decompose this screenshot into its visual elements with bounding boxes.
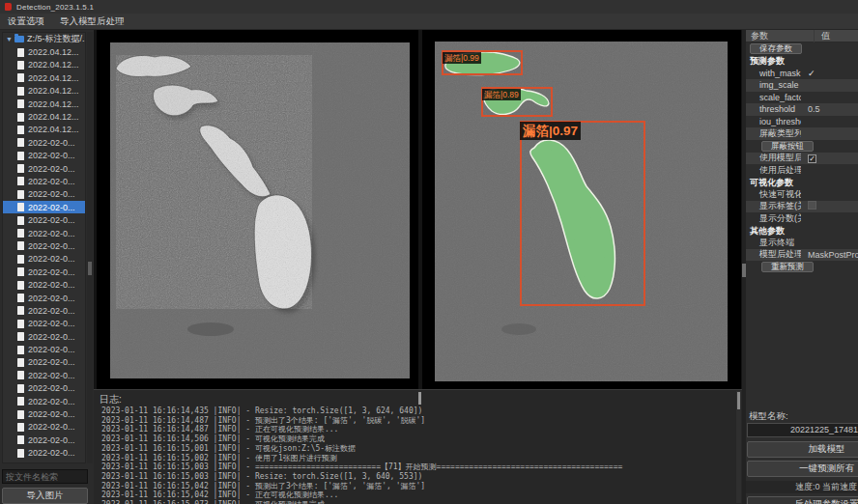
file-item[interactable]: 2022-02-0... <box>3 162 85 175</box>
file-item[interactable]: 2022-02-0... <box>3 278 85 291</box>
file-item[interactable]: 2022-02-0... <box>3 201 85 213</box>
checkbox-empty-icon[interactable] <box>808 201 816 210</box>
file-item[interactable]: 2022-02-0... <box>3 318 85 330</box>
file-icon <box>17 281 24 290</box>
file-item[interactable]: 2022.04.12... <box>3 124 85 136</box>
checkbox-checked-icon[interactable]: ✓ <box>808 154 816 163</box>
file-item-label: 2022.04.12... <box>28 112 79 122</box>
file-item[interactable]: 2022-02-0... <box>3 188 85 201</box>
param-row: 模型后处理器MaskPostPro <box>746 249 858 262</box>
param-value[interactable]: ✓ <box>801 69 844 78</box>
param-value[interactable]: MaskPostPro <box>801 250 844 260</box>
file-icon <box>17 423 24 432</box>
splitter-handle[interactable] <box>418 392 421 405</box>
tree-root-folder[interactable]: ▼ Z:/5-标注数据/... <box>3 33 85 45</box>
file-item[interactable]: 2022.04.12... <box>3 71 85 84</box>
param-button[interactable]: 屏蔽按钮 <box>761 141 814 152</box>
file-item[interactable]: 2022-02-0... <box>3 175 85 187</box>
file-icon <box>17 397 24 406</box>
file-icon <box>17 190 24 199</box>
log-scrollbar[interactable] <box>736 391 741 503</box>
file-icon <box>17 267 24 276</box>
file-icon <box>17 449 24 458</box>
prediction-image-panel: 漏箔|0.99漏箔|0.89漏箔|0.97 <box>422 30 741 389</box>
file-item-label: 2022-02-0... <box>28 189 75 199</box>
original-image <box>97 30 418 389</box>
param-name: 使用模型后处理 <box>746 152 801 164</box>
file-item[interactable]: 2022-02-0... <box>3 356 85 369</box>
window-title: Detection_2023.1.5.1 <box>16 3 94 12</box>
param-value[interactable] <box>801 201 844 211</box>
file-icon <box>17 255 24 264</box>
file-item[interactable]: 2022-02-0... <box>3 369 85 381</box>
search-input[interactable] <box>2 469 88 484</box>
param-value[interactable]: 0.5 <box>801 104 844 114</box>
file-icon <box>17 371 24 379</box>
file-item[interactable]: 2022-02-0... <box>3 213 85 226</box>
param-name: 显示标签(关键点) <box>746 200 801 212</box>
tree-scrollbar-handle[interactable] <box>88 262 92 275</box>
file-item[interactable]: 2022-02-0... <box>3 447 85 460</box>
file-item[interactable]: 2022-02-0... <box>3 434 85 446</box>
tree-scrollbar[interactable] <box>87 32 93 463</box>
param-table-header: 参数 值 <box>746 30 858 42</box>
param-name: 屏蔽类型列表 <box>746 127 801 140</box>
file-item[interactable]: 2022.04.12... <box>3 98 85 110</box>
file-item-label: 2022-02-0... <box>28 177 75 186</box>
file-icon <box>17 138 24 147</box>
load-model-button[interactable]: 加载模型 <box>747 441 858 458</box>
predict-all-button[interactable]: 一键预测所有 <box>747 461 858 477</box>
file-icon <box>17 320 24 328</box>
file-item[interactable]: 2022-02-0... <box>3 150 85 162</box>
file-item[interactable]: 2022-02-0... <box>3 382 85 395</box>
file-item[interactable]: 2022.04.12... <box>3 59 85 71</box>
param-row: 显示标签(关键点) <box>746 201 858 213</box>
file-item-label: 2022-02-0... <box>28 397 75 406</box>
file-item-label: 2022-02-0... <box>28 409 75 419</box>
file-item[interactable]: 2022-02-0... <box>3 266 85 278</box>
param-row: threshold0.5 <box>746 103 858 116</box>
file-item[interactable]: 2022-02-0... <box>3 407 85 420</box>
file-item[interactable]: 2022-02-0... <box>3 343 85 355</box>
param-button-row: 保存参数 <box>746 42 858 55</box>
param-button[interactable]: 重新预测 <box>761 262 814 272</box>
folder-icon <box>14 36 24 42</box>
file-item-label: 2022-02-0... <box>28 203 75 212</box>
menu-item[interactable]: 设置选项 <box>0 14 52 29</box>
param-button[interactable]: 保存参数 <box>750 43 802 54</box>
model-name-field[interactable]: 20221225_174813 <box>747 423 858 437</box>
file-item[interactable]: 2022-02-0... <box>3 421 85 434</box>
file-item[interactable]: 2022-02-0... <box>3 330 85 343</box>
log-panel: 日志: 2023-01-11 16:16:14,435 |INFO| - Res… <box>94 389 744 504</box>
param-row: 显示终端 <box>746 237 858 249</box>
param-row: iou_threshold <box>746 116 858 128</box>
file-item[interactable]: 2022-02-0... <box>3 136 85 149</box>
log-line: 2023-01-11 16:16:15,042 |INFO| - 预测出了3个结… <box>101 482 734 491</box>
menu-item[interactable]: 导入模型后处理 <box>52 14 132 29</box>
import-images-button[interactable]: 导入图片 <box>2 488 88 504</box>
file-item[interactable]: 2022-02-0... <box>3 292 85 304</box>
param-section-header: 可视化参数 <box>746 177 858 189</box>
param-value[interactable]: ✓ <box>801 154 844 163</box>
file-item-label: 2022-02-0... <box>28 164 75 174</box>
file-item[interactable]: 2022-02-0... <box>3 304 85 317</box>
model-block: 模型名称: 20221225_174813 加载模型 一键预测所有 速度:0 当… <box>746 406 858 423</box>
log-scrollbar-handle[interactable] <box>737 392 740 409</box>
file-item[interactable]: 2022.04.12... <box>3 110 85 123</box>
file-item-label: 2022.04.12... <box>28 60 79 70</box>
param-name: threshold <box>746 104 801 114</box>
postprocess-settings-button[interactable]: 后处理参数设置 <box>747 496 858 504</box>
caret-down-icon[interactable]: ▼ <box>6 36 13 42</box>
file-item[interactable]: 2022-02-0... <box>3 239 85 252</box>
file-item-label: 2022-02-0... <box>28 332 75 342</box>
file-icon <box>17 410 24 419</box>
param-header-value: 值 <box>815 30 830 42</box>
file-item-label: 2022-02-0... <box>28 435 75 445</box>
file-item[interactable]: 2022.04.12... <box>3 45 85 58</box>
file-item[interactable]: 2022.04.12... <box>3 85 85 98</box>
file-item[interactable]: 2022-02-0... <box>3 227 85 239</box>
file-item[interactable]: 2022-02-0... <box>3 253 85 266</box>
file-item[interactable]: 2022-02-0... <box>3 395 85 407</box>
file-item-label: 2022.04.12... <box>28 99 79 109</box>
param-name: 模型后处理器 <box>746 248 801 261</box>
